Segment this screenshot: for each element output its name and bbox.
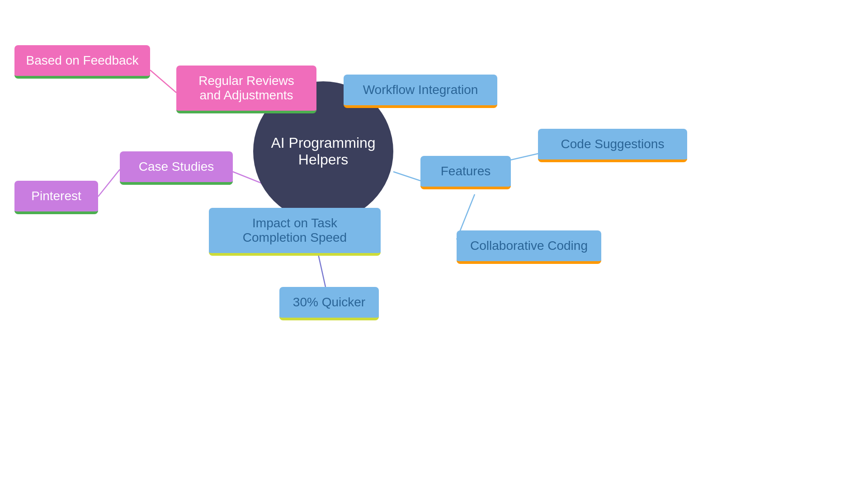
node-quicker[interactable]: 30% Quicker bbox=[279, 287, 379, 320]
node-code-suggestions[interactable]: Code Suggestions bbox=[538, 129, 687, 162]
node-collaborative[interactable]: Collaborative Coding bbox=[457, 230, 601, 264]
center-label: AI Programming Helpers bbox=[253, 135, 393, 168]
quicker-label: 30% Quicker bbox=[293, 295, 365, 309]
features-label: Features bbox=[441, 164, 491, 178]
node-case-studies[interactable]: Case Studies bbox=[120, 151, 233, 185]
pinterest-label: Pinterest bbox=[31, 189, 81, 203]
impact-label: Impact on Task Completion Speed bbox=[243, 216, 347, 244]
node-regular-reviews[interactable]: Regular Reviews and Adjustments bbox=[176, 66, 316, 113]
code-suggestions-label: Code Suggestions bbox=[561, 137, 665, 151]
node-workflow[interactable]: Workflow Integration bbox=[344, 75, 497, 108]
svg-line-7 bbox=[98, 169, 120, 197]
svg-line-0 bbox=[150, 70, 176, 93]
svg-line-3 bbox=[393, 172, 420, 181]
node-features[interactable]: Features bbox=[420, 156, 511, 189]
case-studies-label: Case Studies bbox=[139, 160, 214, 174]
node-impact[interactable]: Impact on Task Completion Speed bbox=[209, 208, 381, 256]
regular-reviews-label: Regular Reviews and Adjustments bbox=[198, 74, 294, 102]
node-based-feedback[interactable]: Based on Feedback bbox=[14, 45, 150, 79]
workflow-label: Workflow Integration bbox=[363, 83, 478, 97]
node-pinterest[interactable]: Pinterest bbox=[14, 181, 98, 214]
collaborative-label: Collaborative Coding bbox=[470, 239, 588, 253]
based-feedback-label: Based on Feedback bbox=[26, 53, 138, 67]
